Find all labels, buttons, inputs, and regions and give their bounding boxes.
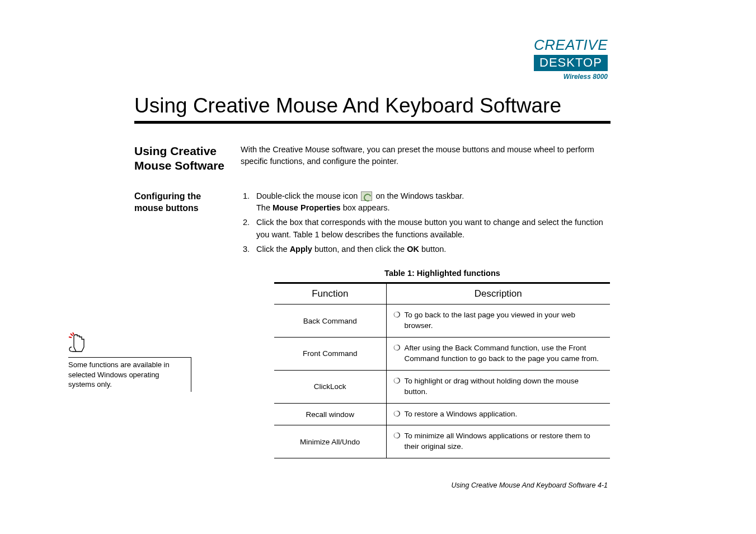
section1-body: With the Creative Mouse software, you ca… (241, 144, 611, 167)
table-row: Recall window ❍To restore a Windows appl… (274, 403, 610, 425)
table-row: Back Command ❍To go back to the last pag… (274, 305, 610, 338)
step1-text-a: Double-click the mouse icon (256, 191, 360, 200)
step3-b: Apply (290, 245, 312, 254)
bullet-icon: ❍ (393, 343, 401, 364)
fn-desc: To restore a Windows application. (405, 409, 604, 420)
step1-text-c-pre: The (256, 203, 273, 212)
svg-line-1 (69, 337, 72, 338)
mouse-icon (361, 191, 372, 201)
step1-text-c-post: box appears. (341, 203, 390, 212)
fn-name: Front Command (274, 338, 386, 371)
section-heading-using-software: Using Creative Mouse Software (134, 144, 232, 174)
table-row: Front Command ❍After using the Back Comm… (274, 338, 610, 371)
fn-desc: To go back to the last page you viewed i… (405, 310, 604, 331)
section-heading-configuring: Configuring the mouse buttons (134, 190, 232, 214)
svg-line-0 (71, 334, 73, 336)
logo-line1: CREATIVE (534, 36, 608, 54)
title-rule (134, 121, 611, 124)
sidebar-note: Some functions are available in selected… (68, 335, 191, 392)
fn-name: Recall window (274, 403, 386, 425)
fn-name: Minimize All/Undo (274, 425, 386, 458)
note-hand-icon (68, 335, 87, 359)
brand-logo: CREATIVE DESKTOP Wireless 8000 (534, 36, 608, 81)
step3-a: Click the (256, 245, 290, 254)
table-title: Table 1: Highlighted functions (274, 269, 611, 278)
step-3: Click the Apply button, and then click t… (252, 243, 611, 256)
fn-desc: To highlight or drag without holding dow… (405, 376, 604, 397)
page-footer: Using Creative Mouse And Keyboard Softwa… (451, 481, 608, 489)
fn-name: Back Command (274, 305, 386, 338)
table-header-description: Description (386, 283, 610, 305)
step3-e: button. (419, 245, 446, 254)
steps-list: Double-click the mouse icon on the Windo… (241, 190, 611, 256)
bullet-icon: ❍ (393, 409, 401, 420)
step3-c: button, and then click the (312, 245, 407, 254)
fn-desc: After using the Back Command function, u… (405, 343, 604, 364)
bullet-icon: ❍ (393, 376, 401, 397)
logo-sub: Wireless 8000 (534, 73, 608, 81)
step1-text-b: on the Windows taskbar. (375, 191, 464, 200)
step1-bold: Mouse Properties (273, 203, 341, 212)
fn-name: ClickLock (274, 370, 386, 403)
fn-desc: To minimize all Windows applications or … (405, 431, 604, 452)
bullet-icon: ❍ (393, 431, 401, 452)
functions-table: Function Description Back Command ❍To go… (274, 282, 610, 458)
step-2: Click the box that corresponds with the … (252, 217, 611, 241)
bullet-icon: ❍ (393, 310, 401, 331)
table-header-function: Function (274, 283, 386, 305)
step-1: Double-click the mouse icon on the Windo… (252, 190, 611, 215)
note-text: Some functions are available in selected… (68, 357, 191, 392)
table-row: Minimize All/Undo ❍To minimize all Windo… (274, 425, 610, 458)
step3-d: OK (407, 245, 419, 254)
page-title: Using Creative Mouse And Keyboard Softwa… (134, 94, 611, 118)
svg-line-2 (73, 332, 74, 335)
table-row: ClickLock ❍To highlight or drag without … (274, 370, 610, 403)
logo-line2: DESKTOP (534, 55, 608, 71)
